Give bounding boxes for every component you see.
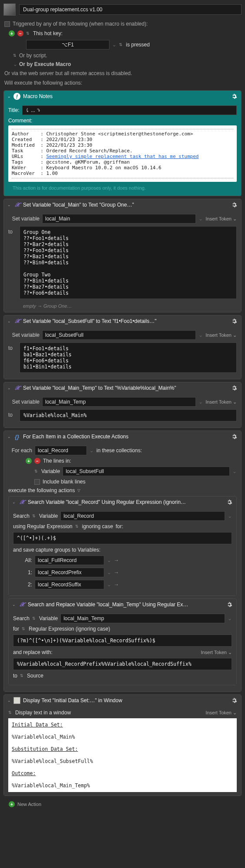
new-action-button[interactable]: New Action [17,802,41,807]
insert-token-button[interactable]: Insert Token ⌄ [205,710,237,716]
include-blank-checkbox[interactable] [34,479,40,485]
insert-token-button[interactable]: Insert Token ⌄ [201,650,232,655]
to-label: to [8,342,17,351]
display-title: Display Text "Initial Data Set:…" in Win… [23,697,228,704]
to-label: to [8,226,17,235]
add-collection-button[interactable]: + [26,458,32,464]
display-icon [13,697,20,704]
notes-title-input[interactable] [22,105,237,115]
group2-label: 2: [22,582,32,588]
foreach-title: For Each Item in a Collection Execute Ac… [23,434,228,440]
capture-all-input[interactable] [35,556,104,565]
to-label: to [8,409,17,418]
remove-collection-button[interactable]: − [34,458,40,464]
chevron-down-icon[interactable]: ⌄ [7,434,11,439]
set-temp-title: Set Variable "local_Main_Temp" to Text "… [23,385,228,391]
ignoring-case-label: ignoring case [82,523,113,529]
capture-1-input[interactable] [35,568,104,577]
gear-icon[interactable] [231,385,238,391]
replace-input[interactable]: %Variable%local_RecordPrefix%%Variable%l… [13,658,232,670]
variable-text-input[interactable]: %Variable%local_Main% [20,409,237,421]
arrow-icon[interactable]: → [114,582,119,588]
regex-input[interactable]: ^([^•]+)(.+)$ [13,532,232,544]
search1-title: Search Variable "local_Record" Using Reg… [28,499,223,505]
add-trigger-button[interactable]: + [9,30,15,36]
variable-icon: 𝒳 [13,318,20,325]
gear-icon[interactable] [231,93,238,100]
search-var-input[interactable] [60,614,225,623]
variable-name-input[interactable] [42,214,196,224]
capture-2-input[interactable] [35,580,104,589]
updown-icon[interactable]: ⇅ [119,43,123,47]
arrow-icon[interactable]: → [114,557,119,563]
or-web: Or via the web server but all remote acc… [0,69,245,78]
all-label: All: [22,557,32,563]
macro-title-input[interactable] [19,4,242,15]
replace-with-label: and replace with: [13,649,198,655]
using-regex-label: using Regular Expression [13,523,73,529]
insert-token-button[interactable]: Insert Token ⌄ [205,399,237,405]
display-select-label[interactable]: Display text in a window [15,710,203,716]
chevron-down-icon[interactable]: ⌄ [7,203,11,207]
variable-name-input[interactable] [42,397,196,407]
collection-var-input[interactable] [63,467,230,476]
foreach-var-input[interactable] [35,446,87,455]
gear-icon[interactable] [231,697,238,704]
variable-icon: 𝒳 [13,201,20,208]
hotkey-suffix: is pressed [126,42,150,48]
or-execute-macro: Or by Execute Macro [19,61,71,67]
chevron-down-icon[interactable]: ⌄ [7,386,11,390]
hotkey-input[interactable] [26,40,109,49]
source-label: Source [27,673,43,679]
triggered-label: Triggered by any of the following (when … [13,21,148,27]
chevron-down-icon[interactable]: ⌄ [12,500,16,504]
regex-input[interactable]: (?m)^([^•\n]+)(%Variable%local_RecordSuf… [13,635,232,647]
regex-ign-label: Regular Expression (ignoring case) [29,626,110,632]
gear-icon[interactable] [231,318,238,325]
set-subset-title: Set Variable "local_SubsetFull" to Text … [23,318,228,324]
or-script: Or by script. [19,53,47,59]
for-label: for [13,626,19,632]
search-label: Search [13,513,30,519]
macro-notes-title: Macro Notes [23,93,228,99]
comment-box[interactable]: Author : Christopher Stone <scriptmeiste… [8,125,237,182]
gear-icon[interactable] [231,433,238,440]
chevron-down-icon[interactable]: ⌄ [7,94,11,99]
search-var-input[interactable] [60,511,225,521]
add-action-button[interactable]: + [9,801,15,807]
for-label: for: [116,523,123,529]
variable-text-input[interactable]: f1•Foo1•details ba1•Baz1•details f6•Foo6… [20,342,237,373]
in-collections-label: in these collections: [96,447,142,454]
set-main-title: Set Variable "local_Main" to Text "Group… [23,202,228,208]
remove-trigger-button[interactable]: − [17,30,23,36]
include-blank-label: Include blank lines [43,479,86,485]
arrow-icon[interactable]: → [114,569,119,575]
info-icon: ! [13,93,20,100]
notes-footer: This action is for documentation purpose… [8,182,237,192]
chevron-down-icon[interactable]: ⌄ [7,319,11,323]
variable-icon: 𝒳 [18,601,25,608]
set-var-label: Set variable [8,216,40,222]
url-link[interactable]: Seemingly simple replacement task that h… [46,154,199,159]
display-text-input[interactable]: Initial Data Set: %Variable%local_Main% … [8,718,237,792]
updown-icon[interactable]: ⇅ [26,31,30,36]
variable-name-input[interactable] [42,330,196,340]
insert-token-button[interactable]: Insert Token ⌄ [205,332,237,338]
triangle-down-icon[interactable]: ▽ [77,488,80,493]
updown-icon[interactable]: ⇅ [34,469,39,473]
enabled-checkbox[interactable] [4,21,10,27]
execute-actions-label: execute the following actions [8,487,75,493]
chevron-down-icon[interactable]: ⌄ [7,698,11,703]
gear-icon[interactable] [226,601,233,608]
search2-title: Search and Replace Variable "local_Main_… [28,602,223,608]
comment-label: Comment: [8,118,237,124]
chevron-down-icon[interactable]: ⌄ [12,602,16,607]
save-groups-label: and save capture groups to Variables: [13,547,100,553]
gear-icon[interactable] [231,201,238,208]
gear-icon[interactable] [226,499,233,506]
insert-token-button[interactable]: Insert Token ⌄ [205,216,237,222]
variable-text-input[interactable]: Group One ??•Foo1•details ??•Bar2•detail… [20,226,237,299]
lines-in-label: The lines in: [43,458,71,464]
search-label: Search [13,615,30,621]
group1-label: 1: [22,569,32,575]
